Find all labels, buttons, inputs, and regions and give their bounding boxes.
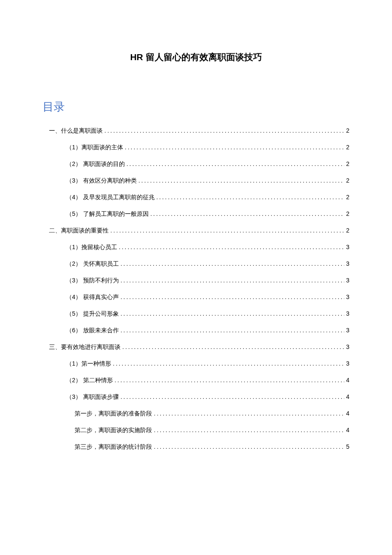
toc-dots	[119, 244, 344, 250]
toc-entry-text: （4） 获得真实心声	[66, 293, 119, 301]
toc-dots	[150, 210, 345, 217]
toc-entry-text: （6） 放眼未来合作	[66, 327, 119, 334]
toc-entry-text: （4） 及早发现员工离职前的征兆	[66, 194, 155, 201]
toc-entry[interactable]: （3） 离职面谈步骤4	[66, 393, 349, 401]
toc-heading: 目录	[43, 99, 349, 114]
toc-entry[interactable]: （4） 获得真实心声3	[66, 293, 349, 301]
toc-entry-page: 4	[346, 377, 349, 384]
toc-entry-text: （3） 有效区分离职的种类	[66, 177, 137, 185]
toc-entry-page: 2	[346, 227, 349, 234]
toc-entry[interactable]: （3） 预防不利行为3	[66, 277, 349, 285]
toc-entry-page: 2	[346, 210, 349, 217]
toc-entry[interactable]: 三、要有效地进行离职面谈3	[49, 343, 349, 351]
toc-entry-text: （2） 第二种情形	[66, 377, 113, 384]
toc-entry-text: （3） 离职面谈步骤	[66, 393, 119, 401]
toc-entry-text: （5） 提升公司形象	[66, 310, 119, 318]
toc-dots	[121, 327, 345, 334]
toc-dots	[121, 293, 345, 300]
toc-dots	[154, 427, 344, 433]
toc-entry[interactable]: （5） 提升公司形象3	[66, 310, 349, 318]
toc-dots	[104, 127, 344, 134]
toc-dots	[115, 377, 345, 384]
toc-entry-text: （1）第一种情形	[66, 360, 111, 368]
toc-dots	[125, 144, 344, 151]
toc-entry[interactable]: 第二步，离职面谈的实施阶段4	[75, 427, 349, 434]
toc-entry[interactable]: （2） 第二种情形4	[66, 377, 349, 384]
toc-entry-page: 3	[346, 310, 349, 317]
toc-entry-text: 第二步，离职面谈的实施阶段	[75, 427, 152, 434]
toc-entry[interactable]: （1）离职面谈的主体2	[66, 144, 349, 151]
toc-dots	[122, 343, 344, 350]
toc-entry-page: 2	[346, 160, 349, 167]
toc-dots	[121, 277, 345, 284]
toc-entry[interactable]: （1）挽留核心员工3	[66, 244, 349, 251]
toc-entry[interactable]: 第三步，离职面谈的统计阶段5	[75, 443, 349, 451]
toc-entry-page: 3	[346, 343, 349, 350]
toc-entry[interactable]: （4） 及早发现员工离职前的征兆2	[66, 194, 349, 201]
toc-entry[interactable]: 二、离职面谈的重要性2	[49, 227, 349, 235]
toc-dots	[121, 310, 345, 317]
toc-dots	[127, 160, 345, 167]
toc-entry-page: 4	[346, 410, 349, 417]
toc-entry-text: （3） 预防不利行为	[66, 277, 119, 285]
toc-entry-text: （5） 了解员工离职的一般原因	[66, 210, 149, 218]
toc-dots	[138, 177, 345, 184]
toc-entry-page: 3	[346, 293, 349, 300]
toc-entry-page: 5	[346, 443, 349, 450]
toc-entry-text: 三、要有效地进行离职面谈	[49, 343, 121, 351]
toc-entry-text: 第三步，离职面谈的统计阶段	[75, 443, 152, 451]
document-title: HR 留人留心的有效离职面谈技巧	[43, 51, 349, 63]
toc-entry-page: 3	[346, 327, 349, 334]
toc-entry-page: 2	[346, 194, 349, 200]
toc-dots	[121, 260, 345, 267]
toc-entry-page: 3	[346, 260, 349, 267]
toc-entry-page: 2	[346, 177, 349, 184]
toc-dots	[154, 443, 344, 450]
toc-entry-text: 一、什么是离职面谈	[49, 127, 103, 135]
toc-entry-text: （2） 关怀离职员工	[66, 260, 119, 268]
toc-entry[interactable]: （3） 有效区分离职的种类2	[66, 177, 349, 185]
toc-entry-text: （1）离职面谈的主体	[66, 144, 123, 151]
toc-entry-page: 3	[346, 360, 349, 367]
toc-entry[interactable]: （6） 放眼未来合作3	[66, 327, 349, 334]
toc-entry-page: 2	[346, 127, 349, 134]
toc-entry[interactable]: （2） 离职面谈的目的2	[66, 160, 349, 168]
toc-entry-page: 3	[346, 244, 349, 250]
toc-dots	[113, 360, 344, 367]
toc-entry-page: 4	[346, 427, 349, 433]
table-of-contents: 一、什么是离职面谈2（1）离职面谈的主体2（2） 离职面谈的目的2（3） 有效区…	[43, 127, 349, 451]
toc-entry-page: 3	[346, 277, 349, 284]
toc-entry-text: （2） 离职面谈的目的	[66, 160, 125, 168]
toc-entry[interactable]: 一、什么是离职面谈2	[49, 127, 349, 135]
toc-entry[interactable]: （2） 关怀离职员工3	[66, 260, 349, 268]
toc-entry-text: 第一步，离职面谈的准备阶段	[75, 410, 152, 418]
toc-entry[interactable]: （5） 了解员工离职的一般原因2	[66, 210, 349, 218]
toc-dots	[154, 410, 344, 417]
toc-entry-text: （1）挽留核心员工	[66, 244, 117, 251]
toc-entry-page: 4	[346, 393, 349, 400]
toc-entry[interactable]: （1）第一种情形3	[66, 360, 349, 368]
toc-entry-page: 2	[346, 144, 349, 151]
toc-dots	[121, 393, 345, 400]
toc-entry[interactable]: 第一步，离职面谈的准备阶段4	[75, 410, 349, 418]
toc-entry-text: 二、离职面谈的重要性	[49, 227, 109, 235]
toc-dots	[110, 227, 344, 234]
toc-dots	[156, 194, 345, 200]
